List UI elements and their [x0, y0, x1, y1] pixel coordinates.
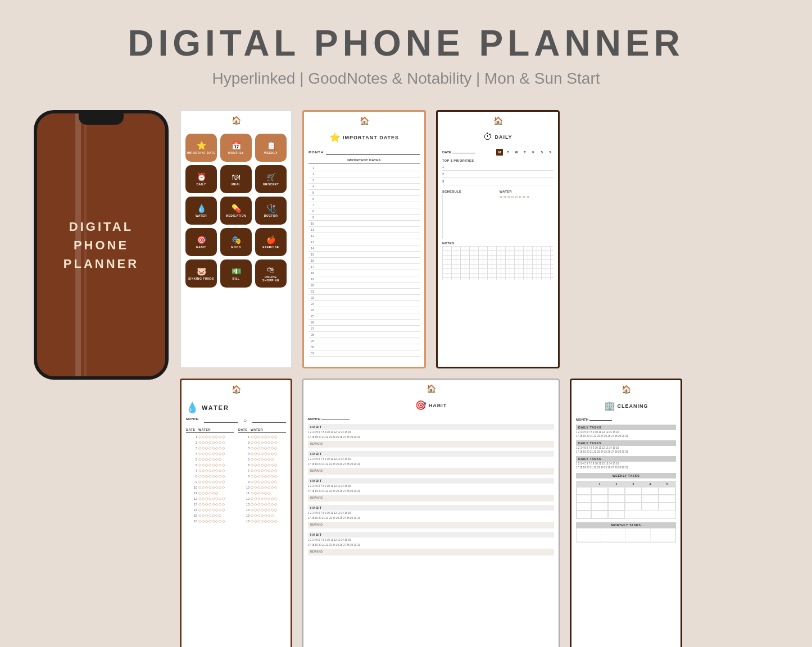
water-row-3: 3◇◇◇◇◇◇◇◇ [186, 446, 234, 450]
habit-2-nums-row2: 17 18 19 20 21 22 23 24 25 26 27 28 29 3… [308, 462, 554, 467]
dates-list: 1 2 3 4 5 6 7 8 9 10 11 12 13 14 [309, 165, 420, 357]
wt-cell-9 [608, 495, 625, 503]
phone-notch [79, 113, 124, 125]
habit-5-reward: REWARD [308, 549, 554, 555]
water-row-r1: 1◇◇◇◇◇◇◇◇ [238, 435, 286, 439]
menu-item-sinking[interactable]: 🐷 SINKING FUNDS [185, 259, 217, 288]
weekly-tasks-grid: 1 2 3 4 5 [576, 481, 676, 519]
water-row-r13: 13◇◇◇◇◇◇◇◇ [238, 502, 286, 507]
date-row: 28 [309, 332, 420, 338]
exercise-icon: 🍎 [266, 235, 276, 244]
wt-cell-4 [625, 487, 642, 495]
menu-item-shopping[interactable]: 🛍 ONLINE SHOPPING [255, 259, 287, 288]
menu-item-daily[interactable]: ⏰ DAILY [185, 165, 217, 193]
date-row: 19 [309, 276, 420, 283]
habit-3-nums-row2: 17 18 19 20 21 22 23 24 25 26 27 28 29 3… [308, 489, 554, 494]
drop-7: ○ [523, 194, 525, 199]
mt-row-2 [626, 528, 675, 535]
wt-header-task [577, 481, 591, 487]
water-drop-icon: 💧 [186, 402, 198, 414]
subtitle: Hyperlinked | GoodNotes & Notability | M… [212, 70, 600, 88]
month-field[interactable] [326, 149, 420, 155]
wt-cell-14 [591, 503, 608, 511]
menu-item-doctor[interactable]: 🩺 DOCTOR [255, 197, 287, 225]
menu-grid: ⭐ IMPORTANT DATE 📅 MONTHLY 📋 WEEKLY ⏰ DA… [185, 134, 287, 288]
water-row-r8: 8◇◇◇◇◇◇◇◇ [238, 474, 286, 479]
wt-cell-2 [591, 487, 608, 495]
menu-item-exercise[interactable]: 🍎 EXERCISE [255, 228, 287, 256]
habit-3-title: HABIT [308, 478, 554, 484]
water-col: WATER ○ ○ ○ ○ ○ ○ ○ ○ [500, 188, 554, 239]
wt-header-4: 4 [642, 481, 659, 487]
cleaning-title: CLEANING [618, 403, 648, 409]
dates-section-title: IMPORTANT DATES [309, 158, 420, 163]
schedule-label: SCHEDULE [442, 190, 496, 193]
date-row: 25 [309, 313, 420, 320]
date-row: 18 [309, 270, 420, 276]
menu-item-important[interactable]: ⭐ IMPORTANT DATE [185, 134, 217, 162]
cleaning-daily-1: DAILY TASKS 1 2 3 4 5 6 7 8 9 10 11 12 1… [576, 425, 676, 438]
menu-item-bill[interactable]: 💵 BILL [220, 259, 252, 288]
daily-inner: DATE M T W T F S S TOP 3 PRIORITIES [442, 149, 554, 280]
menu-item-meal[interactable]: 🍽 MEAL [220, 165, 252, 193]
wt-cell-21 [608, 511, 625, 518]
menu-item-medication[interactable]: 💊 MEDICATION [220, 197, 252, 225]
bill-icon: 💵 [232, 267, 241, 276]
drop-1: ○ [500, 194, 502, 199]
doctor-icon: 🩺 [266, 204, 276, 213]
day-header: DATE M T W T F S S [442, 149, 554, 156]
water-row-r14: 14◇◇◇◇◇◇◇◇ [238, 508, 286, 512]
habit-3-reward: REWARD [308, 495, 554, 502]
mt-row-1 [577, 528, 626, 535]
home-icon-water: 🏠 [232, 385, 241, 394]
water-row-12: 12◇◇◇◇◇◇◇◇ [186, 496, 234, 501]
water-cols: DATE WATER 1◇◇◇◇◇◇◇◇ 2◇◇◇◇◇◇◇◇ 3◇◇◇◇◇◇◇◇… [186, 428, 286, 525]
water-row-15: 15◇◇◇◇◇◇◇ [186, 513, 234, 518]
water-amount-field[interactable] [252, 417, 286, 423]
cleaning-content: 🏢 CLEANING MONTH DAILY TASKS 1 2 3 4 5 6… [576, 400, 676, 543]
menu-item-monthly[interactable]: 📅 MONTHLY [220, 134, 252, 162]
water-row-r2: 2◇◇◇◇◇◇◇◇ [238, 440, 286, 445]
phone-text: DIGITAL PHONE PLANNER [52, 217, 150, 273]
date-row: 23 [309, 301, 420, 307]
water-month-field[interactable] [204, 417, 238, 423]
menu-item-water[interactable]: 💧 WATER [185, 197, 217, 225]
wt-cell-3 [608, 487, 625, 495]
water-row-16: 16◇◇◇◇◇◇◇◇ [186, 519, 234, 523]
date-row: 11 [309, 227, 420, 233]
wt-cell-18 [659, 503, 675, 511]
water-icon: 💧 [197, 204, 206, 213]
date-row: 4 [309, 184, 420, 190]
wt-cell-1 [577, 487, 591, 495]
cleaning-daily-2: DAILY TASKS 1 2 3 4 5 6 7 8 9 10 11 12 1… [576, 440, 676, 454]
water-row-2: 2◇◇◇◇◇◇◇◇ [186, 440, 234, 445]
menu-item-habit[interactable]: 🎯 HABIT [185, 228, 217, 256]
wt-cell-5 [642, 487, 659, 495]
weekly-tasks-title: WEEKLY TASKS [576, 473, 676, 479]
water-row-r6: 6◇◇◇◇◇◇◇◇ [238, 463, 286, 467]
weekly-tasks-section: WEEKLY TASKS 1 2 3 4 5 [576, 473, 676, 519]
cleaning-month-row: MONTH [576, 418, 676, 421]
water-row-11: 11◇◇◇◇◇◇ [186, 491, 234, 495]
habit-4-title: HABIT [308, 505, 554, 511]
habit-section-3: HABIT 1 2 3 4 5 6 7 8 9 10 11 12 13 14 1… [308, 478, 554, 502]
month-line: MONTH [309, 149, 420, 155]
daily-content: ⏱ DAILY DATE M T W T F S S [442, 132, 554, 280]
home-icon-cleaning: 🏠 [622, 385, 631, 394]
menu-item-mood[interactable]: 🎭 MOOD [220, 228, 252, 256]
habit-1-reward: REWARD [308, 441, 554, 448]
monthly-tasks-section: MONTHLY TASKS [576, 522, 676, 543]
menu-item-weekly[interactable]: 📋 WEEKLY [255, 134, 287, 162]
date-row: 26 [309, 320, 420, 326]
water-row-10: 10◇◇◇◇◇◇◇◇ [186, 485, 234, 490]
water-drops: ○ ○ ○ ○ ○ ○ ○ ○ [500, 194, 554, 199]
habit-1-title: HABIT [308, 424, 554, 430]
daily-tasks-1-title: DAILY TASKS [576, 425, 676, 430]
wt-cell-17 [642, 503, 659, 511]
monthly-tasks-grid [576, 528, 676, 543]
water-row-7: 7◇◇◇◇◇◇◇◇ [186, 468, 234, 473]
menu-item-grocery[interactable]: 🛒 GROCERY [255, 165, 287, 193]
star-icon-dates: ⭐ [329, 132, 341, 143]
habit-section-4: HABIT 1 2 3 4 5 6 7 8 9 10 11 12 13 14 1… [308, 505, 554, 528]
habit-1-nums-row1: 1 2 3 4 5 6 7 8 9 10 11 12 13 14 15 16 [308, 430, 554, 435]
